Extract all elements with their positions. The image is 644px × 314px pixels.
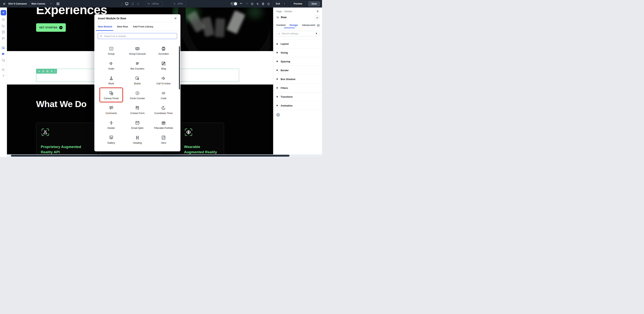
module-accordion[interactable]: Accordion <box>150 43 177 58</box>
row-copy-icon[interactable] <box>42 70 44 72</box>
horizontal-scrollbar-thumb[interactable] <box>11 155 290 157</box>
module-bar-counters[interactable]: Bar Counters <box>124 58 150 73</box>
desktop-responsive-icon[interactable] <box>317 24 320 27</box>
tools-icon[interactable] <box>2 68 5 72</box>
row-trash-icon[interactable] <box>50 70 53 72</box>
settings-group-layout[interactable]: Layout <box>273 39 322 48</box>
kebab-menu-icon[interactable] <box>122 2 122 5</box>
wireframe-eye-icon[interactable] <box>2 58 5 62</box>
zoom-field[interactable] <box>171 1 186 6</box>
module-group[interactable]: Group <box>98 43 124 58</box>
module-audio[interactable]: Audio <box>98 58 124 73</box>
circle-counter-icon <box>135 91 140 96</box>
module-blurb[interactable]: Blurb <box>98 73 124 88</box>
tab-new-row[interactable]: New Row <box>117 25 128 28</box>
module-comments[interactable]: Comments <box>98 102 124 117</box>
search-icon <box>278 32 280 35</box>
preview-label: Preview <box>292 2 304 5</box>
row-kebab-icon[interactable] <box>54 70 55 72</box>
module-blog[interactable]: Blog <box>150 58 177 73</box>
redo-icon[interactable] <box>245 2 248 5</box>
database-icon[interactable] <box>2 30 5 34</box>
module-email-optin[interactable]: Email Optin <box>124 117 150 132</box>
wireframe-cursor-filled-icon[interactable] <box>2 52 5 56</box>
wireframe-cursor-icon[interactable] <box>2 46 5 50</box>
desktop-view-icon[interactable] <box>125 2 128 6</box>
history-icon[interactable] <box>250 2 254 5</box>
module-contact-form[interactable]: Contact Form <box>124 102 150 117</box>
tab-design[interactable]: Design <box>290 24 298 26</box>
zoom-input[interactable] <box>177 2 184 5</box>
panel-close-icon[interactable] <box>316 10 319 12</box>
canvas-grid-icon[interactable] <box>56 2 60 6</box>
breadcrumb-section[interactable]: Section <box>284 10 292 13</box>
settings-search[interactable] <box>276 31 320 36</box>
tab-add-from-library[interactable]: Add From Library <box>133 25 154 28</box>
settings-search-input[interactable] <box>282 32 314 35</box>
module-countdown-timer[interactable]: Countdown Timer <box>150 102 177 117</box>
row-gear-icon[interactable] <box>38 70 40 72</box>
settings-group-box-shadow[interactable]: Box Shadow <box>273 75 322 84</box>
module-label: Canvas Portal <box>104 97 118 100</box>
module-divider[interactable]: Divider <box>98 117 124 132</box>
viewport-width-field[interactable] <box>145 1 162 6</box>
back-arrow-icon[interactable] <box>276 16 279 19</box>
tab-content[interactable]: Content <box>276 24 286 26</box>
module-icon[interactable] <box>98 147 124 151</box>
help-icon[interactable]: ? <box>2 74 4 77</box>
get-started-button[interactable]: GET STARTED <box>36 23 66 32</box>
module-icon-list[interactable] <box>124 147 150 151</box>
settings-group-spacing[interactable]: Spacing <box>273 57 322 66</box>
arrow-right-icon <box>59 26 62 29</box>
tablet-view-icon[interactable] <box>131 2 134 5</box>
breadcrumb: Page › Section <box>276 10 292 13</box>
module-filterable-portfolio[interactable]: Filterable Portfolio <box>150 117 177 132</box>
tab-advanced[interactable]: Advanced <box>302 24 314 26</box>
save-button[interactable]: Save <box>308 1 320 6</box>
settings-group-label: Spacing <box>281 60 290 63</box>
modal-close-icon[interactable] <box>174 17 177 20</box>
tab-new-module[interactable]: New Module <box>98 25 112 28</box>
chevron-down-icon[interactable] <box>314 25 316 26</box>
triangle-right-icon <box>277 43 278 45</box>
module-canvas-portal[interactable]: Canvas Portal <box>98 88 124 102</box>
modal-scrollbar-thumb[interactable] <box>179 46 180 89</box>
module-search[interactable] <box>98 33 177 39</box>
drag-handle-button[interactable] <box>315 15 319 20</box>
module-circle-counter[interactable]: Circle Counter <box>124 88 150 102</box>
module-button[interactable]: Button <box>124 73 150 88</box>
exit-button[interactable]: Exit <box>272 1 288 6</box>
module-search-input[interactable] <box>104 35 175 37</box>
trash-icon[interactable] <box>262 2 265 5</box>
settings-gear-icon[interactable] <box>3 2 6 5</box>
module-image[interactable] <box>150 147 177 151</box>
modal-title: Insert Module Or Row <box>98 17 126 20</box>
assets-icon[interactable] <box>2 24 5 28</box>
module-code[interactable]: Code <box>150 88 177 102</box>
module-hero[interactable]: Hero <box>150 132 177 147</box>
layers-icon[interactable] <box>2 18 5 21</box>
undo-icon[interactable] <box>240 2 243 5</box>
row-columns-icon[interactable] <box>46 70 49 72</box>
preview-button[interactable]: Preview <box>290 1 306 6</box>
settings-group-transform[interactable]: Transform <box>273 92 322 101</box>
phone-view-icon[interactable] <box>137 2 140 5</box>
module-group-carousel[interactable]: Group Carousel <box>124 43 150 58</box>
filter-funnel-icon[interactable] <box>315 32 318 35</box>
module-gallery[interactable]: Gallery <box>98 132 124 147</box>
viewport-width-input[interactable] <box>152 2 160 5</box>
sort-arrows-icon[interactable] <box>256 2 259 5</box>
module-heading[interactable]: Heading <box>124 132 150 147</box>
portability-icon[interactable] <box>267 2 270 5</box>
sidebar-item-add-element[interactable] <box>1 10 6 15</box>
breadcrumb-page[interactable]: Page <box>276 10 282 13</box>
theme-toggle[interactable]: ☀ <box>230 2 238 6</box>
settings-group-filters[interactable]: Filters <box>273 84 322 92</box>
settings-group-sizing[interactable]: Sizing <box>273 48 322 57</box>
content-lines-icon[interactable] <box>2 36 5 40</box>
settings-group-animation[interactable]: Animation <box>273 101 322 110</box>
help-icon[interactable]: ? <box>276 113 280 117</box>
settings-group-border[interactable]: Border <box>273 66 322 75</box>
module-call-to-action[interactable]: Call To Action <box>150 73 177 88</box>
canvas-selector[interactable]: Main Canvas <box>30 1 54 6</box>
